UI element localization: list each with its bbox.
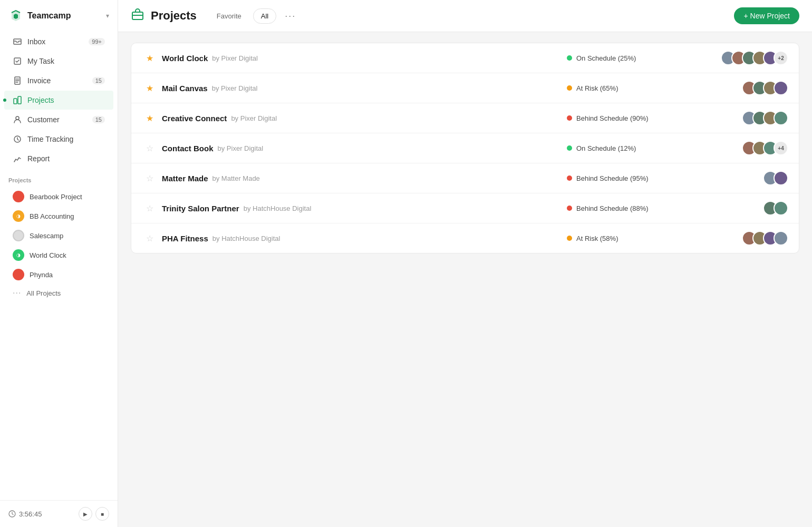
new-project-button[interactable]: + New Project: [734, 7, 799, 24]
avatar-group: [763, 201, 788, 216]
star-col: ☆: [142, 173, 158, 183]
sidebar-item-report[interactable]: Report: [4, 149, 113, 168]
page-briefcase-icon: [131, 7, 144, 24]
sidebar-project-worldclock[interactable]: ◑ World Clock: [4, 246, 113, 265]
star-col: ★: [142, 113, 158, 123]
sidebar-item-mytask[interactable]: My Task: [4, 52, 113, 71]
sidebar-project-phynda[interactable]: Phynda: [4, 265, 113, 284]
status-col: On Schedule (25%): [567, 54, 704, 62]
sidebar-label-mytask: My Task: [27, 57, 54, 65]
project-name: Trinity Salon Partner: [162, 204, 239, 213]
tab-more-button[interactable]: ···: [281, 8, 300, 24]
status-col: Behind Schedule (90%): [567, 114, 704, 122]
project-list: Bearbook Project ◑ BB Accounting Salesca…: [0, 187, 118, 302]
app-logo[interactable]: Teamcamp ▾: [0, 0, 118, 30]
status-text: At Risk (58%): [576, 235, 618, 242]
dots-icon: ···: [13, 288, 21, 298]
status-col: Behind Schedule (88%): [567, 204, 704, 212]
clock-icon: [8, 510, 16, 518]
sidebar: Teamcamp ▾ Inbox 99+ My Task Invoice 15: [0, 0, 118, 527]
status-text: Behind Schedule (90%): [576, 114, 649, 122]
table-row[interactable]: ☆ Matter Made by Matter Made Behind Sche…: [131, 163, 799, 193]
table-row[interactable]: ★ Creative Connect by Pixer Digital Behi…: [131, 103, 799, 133]
table-row[interactable]: ★ World Clock by Pixer Digital On Schedu…: [131, 43, 799, 73]
star-filled-icon[interactable]: ★: [146, 53, 153, 63]
sidebar-project-bbaccounting[interactable]: ◑ BB Accounting: [4, 207, 113, 226]
report-icon: [13, 154, 22, 163]
svg-rect-4: [18, 96, 21, 104]
avatar: [774, 81, 788, 95]
clock-display: 3:56:45: [8, 510, 42, 518]
customer-badge: 15: [92, 116, 105, 123]
status-col: On Schedule (12%): [567, 144, 704, 152]
project-name: Matter Made: [162, 174, 208, 183]
avatars-col: +2: [704, 51, 788, 65]
project-by: by Matter Made: [212, 174, 260, 182]
project-name: Mail Canvas: [162, 84, 208, 93]
star-filled-icon[interactable]: ★: [146, 83, 153, 93]
avatar-more: +4: [774, 141, 788, 155]
avatar-more: +2: [774, 51, 788, 65]
app-name: Teamcamp: [27, 11, 71, 21]
project-name: Contact Book: [162, 144, 214, 153]
star-filled-icon[interactable]: ★: [146, 113, 153, 123]
play-button[interactable]: ▶: [79, 507, 92, 521]
status-dot-green: [567, 145, 572, 151]
status-dot-yellow: [567, 85, 572, 91]
sidebar-project-salescamp[interactable]: Salescamp: [4, 226, 113, 245]
sidebar-item-customer[interactable]: Customer 15: [4, 110, 113, 129]
status-text: Behind Schedule (95%): [576, 174, 649, 182]
avatar-group: [742, 231, 788, 246]
star-empty-icon[interactable]: ☆: [146, 173, 153, 183]
sidebar-label-inbox: Inbox: [27, 37, 45, 46]
project-name-col: World Clock by Pixer Digital: [162, 54, 567, 63]
sidebar-label-invoice: Invoice: [27, 76, 51, 85]
table-row[interactable]: ★ Mail Canvas by Pixer Digital At Risk (…: [131, 73, 799, 103]
star-col: ☆: [142, 143, 158, 153]
projects-content: ★ World Clock by Pixer Digital On Schedu…: [118, 32, 812, 527]
sidebar-footer: 3:56:45 ▶ ■: [0, 500, 118, 527]
status-dot-red: [567, 206, 572, 211]
chevron-down-icon: ▾: [106, 12, 109, 19]
star-empty-icon[interactable]: ☆: [146, 203, 153, 213]
timer-controls: ▶ ■: [79, 507, 109, 521]
sidebar-project-bearbook[interactable]: Bearbook Project: [4, 187, 113, 206]
main-content-area: Projects Favorite All ··· + New Project …: [118, 0, 812, 527]
table-row[interactable]: ☆ Trinity Salon Partner by HatchHouse Di…: [131, 193, 799, 223]
sidebar-item-timetracking[interactable]: Time Tracking: [4, 130, 113, 149]
table-row[interactable]: ☆ PHA Fitness by HatchHouse Digital At R…: [131, 223, 799, 253]
task-icon: [13, 56, 22, 66]
table-row[interactable]: ☆ Contact Book by Pixer Digital On Sched…: [131, 133, 799, 163]
sidebar-all-projects[interactable]: ··· All Projects: [4, 285, 113, 301]
avatar-group: +4: [742, 141, 788, 155]
status-dot-red: [567, 175, 572, 181]
bearbook-label: Bearbook Project: [30, 193, 82, 201]
customer-icon: [13, 115, 22, 124]
project-by: by HatchHouse Digital: [212, 235, 281, 242]
avatar-group: [742, 111, 788, 125]
status-text: At Risk (65%): [576, 84, 618, 92]
inbox-icon: [13, 37, 22, 46]
star-empty-icon[interactable]: ☆: [146, 143, 153, 153]
time-icon: [13, 134, 22, 144]
tab-favorite[interactable]: Favorite: [209, 9, 249, 23]
tab-all[interactable]: All: [253, 8, 276, 24]
salescamp-icon: [13, 230, 24, 241]
status-col: At Risk (65%): [567, 84, 704, 92]
project-name-col: Contact Book by Pixer Digital: [162, 144, 567, 153]
clock-time: 3:56:45: [19, 510, 42, 518]
star-empty-icon[interactable]: ☆: [146, 233, 153, 243]
avatars-col: [704, 231, 788, 246]
bearbook-icon: [13, 191, 24, 202]
sidebar-item-projects[interactable]: Projects: [4, 91, 113, 110]
sidebar-label-timetracking: Time Tracking: [27, 135, 73, 143]
sidebar-item-inbox[interactable]: Inbox 99+: [4, 32, 113, 51]
avatars-col: +4: [704, 141, 788, 155]
main-header: Projects Favorite All ··· + New Project: [118, 0, 812, 32]
project-by: by Pixer Digital: [212, 84, 258, 92]
sidebar-item-invoice[interactable]: Invoice 15: [4, 71, 113, 90]
project-name-col: PHA Fitness by HatchHouse Digital: [162, 234, 567, 243]
stop-button[interactable]: ■: [95, 507, 109, 521]
sidebar-label-projects: Projects: [27, 96, 54, 104]
salescamp-label: Salescamp: [30, 232, 63, 240]
